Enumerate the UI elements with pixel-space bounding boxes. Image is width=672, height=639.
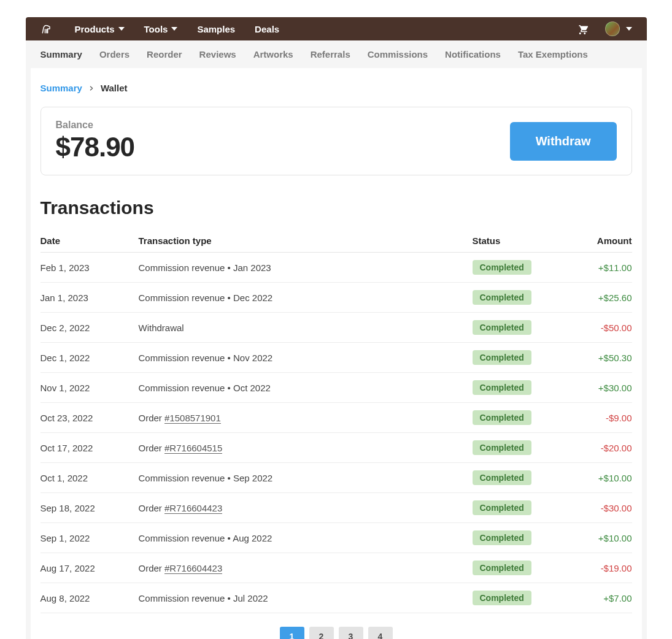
tab-notifications[interactable]: Notifications [445,49,501,59]
page-button-3[interactable]: 3 [339,627,363,639]
balance-label: Balance [56,120,135,131]
content: Summary Wallet Balance $78.90 Withdraw T… [31,68,642,639]
cell-type: Order #R716604423 [139,493,473,523]
cell-amount: -$20.00 [571,433,632,463]
page-button-4[interactable]: 4 [368,627,393,639]
table-row: Oct 17, 2022Order #R716604515Completed-$… [41,433,632,463]
status-badge: Completed [473,500,531,515]
status-badge: Completed [473,380,531,395]
topnav-item-products[interactable]: Products [75,24,125,34]
topnav-links: ProductsToolsSamplesDeals [75,24,280,34]
cell-status: Completed [473,373,571,403]
page-button-1[interactable]: 1 [280,627,304,639]
cell-status: Completed [473,283,571,313]
status-badge: Completed [473,290,531,305]
tab-tax-exemptions[interactable]: Tax Exemptions [518,49,588,59]
table-row: Sep 18, 2022Order #R716604423Completed-$… [41,493,632,523]
transactions-table: Date Transaction type Status Amount Feb … [41,229,632,613]
user-menu[interactable] [605,21,632,36]
cell-amount: +$30.00 [571,373,632,403]
cell-type: Commission revenue • Oct 2022 [139,373,473,403]
subnav: SummaryOrdersReorderReviewsArtworksRefer… [26,40,647,68]
cell-status: Completed [473,523,571,553]
tab-reviews[interactable]: Reviews [199,49,236,59]
cell-date: Jan 1, 2023 [41,283,139,313]
order-link[interactable]: #R716604423 [164,503,222,514]
cart-icon[interactable] [577,23,588,34]
page-button-2[interactable]: 2 [309,627,334,639]
topnav-item-label: Tools [144,24,168,34]
breadcrumb-link-summary[interactable]: Summary [41,83,82,93]
status-badge: Completed [473,410,531,425]
avatar [605,21,620,36]
cell-date: Oct 23, 2022 [41,403,139,433]
cell-type: Commission revenue • Jul 2022 [139,583,473,613]
logo-icon[interactable] [41,23,53,35]
cell-amount: +$25.60 [571,283,632,313]
cell-type: Withdrawal [139,313,473,343]
cell-date: Nov 1, 2022 [41,373,139,403]
breadcrumb: Summary Wallet [41,83,632,93]
table-row: Oct 23, 2022Order #1508571901Completed-$… [41,403,632,433]
status-badge: Completed [473,260,531,275]
status-badge: Completed [473,350,531,365]
order-link[interactable]: #R716604423 [164,563,222,574]
cell-type: Order #1508571901 [139,403,473,433]
topnav-item-tools[interactable]: Tools [144,24,178,34]
status-badge: Completed [473,470,531,485]
tab-orders[interactable]: Orders [99,49,129,59]
balance-info: Balance $78.90 [56,120,135,163]
cell-amount: +$7.00 [571,583,632,613]
cell-type: Commission revenue • Aug 2022 [139,523,473,553]
cell-amount: +$11.00 [571,253,632,283]
topnav: ProductsToolsSamplesDeals [26,17,647,40]
chevron-down-icon [626,27,632,31]
cell-date: Sep 1, 2022 [41,523,139,553]
table-header-row: Date Transaction type Status Amount [41,229,632,253]
cell-amount: -$19.00 [571,553,632,583]
topnav-item-samples[interactable]: Samples [197,24,235,34]
topnav-item-deals[interactable]: Deals [255,24,279,34]
cell-type: Commission revenue • Jan 2023 [139,253,473,283]
chevron-down-icon [171,27,177,31]
status-badge: Completed [473,561,531,575]
cell-type: Order #R716604423 [139,553,473,583]
cell-date: Aug 17, 2022 [41,553,139,583]
cell-date: Sep 18, 2022 [41,493,139,523]
cell-status: Completed [473,583,571,613]
table-row: Sep 1, 2022Commission revenue • Aug 2022… [41,523,632,553]
tab-artworks[interactable]: Artworks [253,49,293,59]
app-container: ProductsToolsSamplesDeals SummaryOrdersR… [26,17,647,639]
table-row: Oct 1, 2022Commission revenue • Sep 2022… [41,463,632,493]
tab-commissions[interactable]: Commissions [368,49,428,59]
balance-amount: $78.90 [56,132,135,163]
th-type: Transaction type [139,229,473,253]
order-link[interactable]: #R716604515 [164,443,222,454]
cell-status: Completed [473,553,571,583]
cell-date: Dec 1, 2022 [41,343,139,373]
th-status: Status [473,229,571,253]
status-badge: Completed [473,440,531,455]
cell-type: Order #R716604515 [139,433,473,463]
cell-amount: +$10.00 [571,523,632,553]
cell-amount: -$50.00 [571,313,632,343]
tab-referrals[interactable]: Referrals [311,49,350,59]
cell-status: Completed [473,463,571,493]
breadcrumb-current: Wallet [101,83,128,93]
cell-status: Completed [473,493,571,523]
cell-type: Commission revenue • Nov 2022 [139,343,473,373]
withdraw-button[interactable]: Withdraw [510,122,617,161]
transactions-title: Transactions [41,197,632,218]
chevron-right-icon [88,85,95,91]
tab-reorder[interactable]: Reorder [147,49,182,59]
cell-date: Oct 1, 2022 [41,463,139,493]
topnav-item-label: Products [75,24,115,34]
tab-summary[interactable]: Summary [41,49,82,59]
th-date: Date [41,229,139,253]
cell-status: Completed [473,433,571,463]
table-row: Feb 1, 2023Commission revenue • Jan 2023… [41,253,632,283]
status-badge: Completed [473,530,531,545]
order-link[interactable]: #1508571901 [164,413,221,424]
table-row: Aug 17, 2022Order #R716604423Completed-$… [41,553,632,583]
table-row: Aug 8, 2022Commission revenue • Jul 2022… [41,583,632,613]
